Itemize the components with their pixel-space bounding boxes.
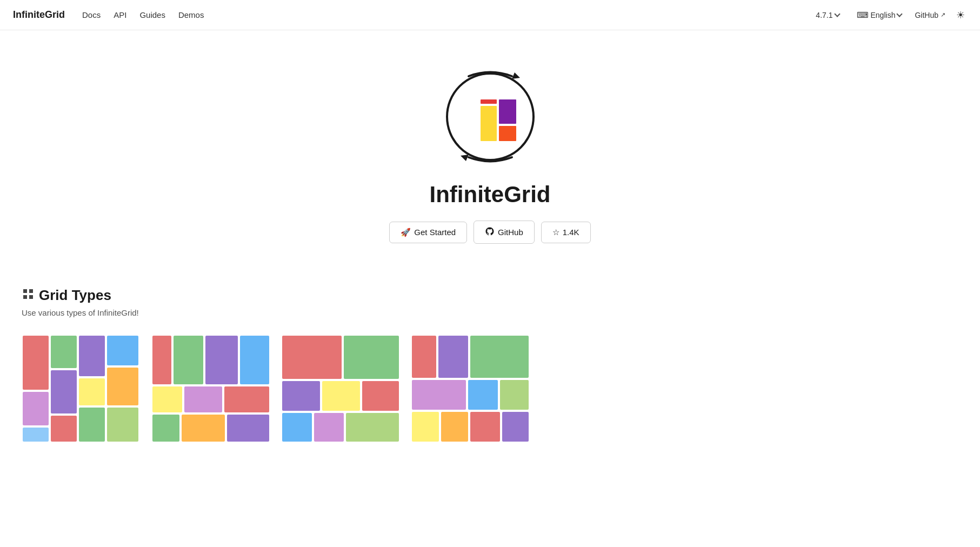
language-label: English [871,11,896,19]
nav-links: Docs API Guides Demos [82,10,811,19]
rocket-icon: 🚀 [401,228,411,237]
nav-guides[interactable]: Guides [139,10,165,19]
grid-icon [22,288,35,304]
svg-rect-45 [470,412,500,442]
navbar: InfiniteGrid Docs API Guides Demos 4.7.1… [0,0,980,30]
github-hero-label: GitHub [498,228,523,237]
hero-buttons: 🚀 Get Started GitHub ☆ 1.4K [389,221,590,244]
nav-api[interactable]: API [114,10,126,19]
stars-label: 1.4K [563,228,579,237]
theme-toggle[interactable]: ☀ [954,7,967,23]
version-chevron-icon [834,11,840,17]
get-started-button[interactable]: 🚀 Get Started [389,222,467,243]
svg-rect-30 [344,336,399,379]
hero-title: InfiniteGrid [430,182,551,208]
svg-rect-40 [412,380,466,410]
svg-rect-9 [23,428,49,442]
svg-rect-22 [240,336,269,384]
version-label: 4.7.1 [816,11,832,19]
svg-rect-28 [227,415,269,442]
svg-rect-26 [152,415,179,442]
nav-demos[interactable]: Demos [178,10,204,19]
svg-rect-21 [205,336,238,384]
svg-rect-31 [282,381,320,411]
svg-rect-6 [499,126,516,141]
svg-rect-27 [182,415,225,442]
svg-rect-39 [470,336,529,378]
navbar-right: 4.7.1 ⌨ English GitHub ↗ ☀ [811,7,967,23]
svg-marker-2 [461,155,469,161]
hero-logo [436,63,544,171]
grid-preview-3[interactable] [281,335,400,443]
svg-rect-38 [438,336,468,378]
lang-chevron-icon [897,11,903,17]
svg-rect-10 [51,336,77,368]
github-hero-icon [485,226,495,238]
svg-rect-23 [152,386,182,412]
svg-rect-12 [51,416,77,442]
stars-button[interactable]: ☆ 1.4K [541,222,591,243]
grid-types-heading: Grid Types [22,287,958,304]
grid-types-section: Grid Types Use various types of Infinite… [0,265,980,453]
svg-rect-33 [362,381,399,411]
translate-icon: ⌨ [857,10,869,20]
svg-rect-43 [412,412,439,442]
star-icon: ☆ [552,228,559,237]
hero-section: InfiniteGrid 🚀 Get Started GitHub ☆ 1.4K [0,30,980,265]
grid-preview-4[interactable] [411,335,530,443]
svg-rect-8 [23,392,49,425]
svg-rect-17 [107,368,138,405]
github-nav-link[interactable]: GitHub ↗ [915,11,945,19]
language-selector[interactable]: ⌨ English [852,8,906,22]
svg-rect-20 [174,336,203,384]
grid-types-subtext: Use various types of InfiniteGrid! [22,308,958,317]
nav-docs[interactable]: Docs [82,10,101,19]
svg-rect-25 [224,386,269,412]
svg-rect-41 [468,380,498,410]
svg-rect-11 [51,370,77,413]
grid-preview-1[interactable] [22,335,141,443]
brand-logo[interactable]: InfiniteGrid [13,9,65,21]
svg-rect-34 [282,413,312,442]
github-hero-button[interactable]: GitHub [474,221,535,244]
svg-rect-3 [481,99,497,104]
svg-rect-29 [282,336,342,379]
grid-preview-2[interactable] [151,335,270,443]
svg-rect-14 [79,378,105,405]
svg-rect-32 [322,381,360,411]
svg-rect-15 [79,408,105,442]
svg-marker-1 [512,72,520,79]
svg-rect-35 [314,413,344,442]
external-link-icon: ↗ [941,11,945,18]
github-nav-label: GitHub [915,11,938,19]
sun-icon: ☀ [956,10,965,21]
svg-rect-37 [412,336,436,378]
svg-rect-44 [441,412,468,442]
svg-rect-16 [107,336,138,365]
svg-rect-46 [502,412,529,442]
version-selector[interactable]: 4.7.1 [811,9,843,22]
svg-rect-24 [184,386,222,412]
svg-rect-5 [499,99,516,124]
grid-types-label: Grid Types [39,287,111,304]
svg-rect-42 [500,380,529,410]
svg-rect-19 [152,336,171,384]
svg-rect-7 [23,336,49,390]
grid-previews [22,335,958,443]
svg-rect-18 [107,408,138,442]
svg-rect-36 [346,413,399,442]
get-started-label: Get Started [414,228,456,237]
svg-rect-4 [481,106,497,141]
svg-rect-13 [79,336,105,376]
